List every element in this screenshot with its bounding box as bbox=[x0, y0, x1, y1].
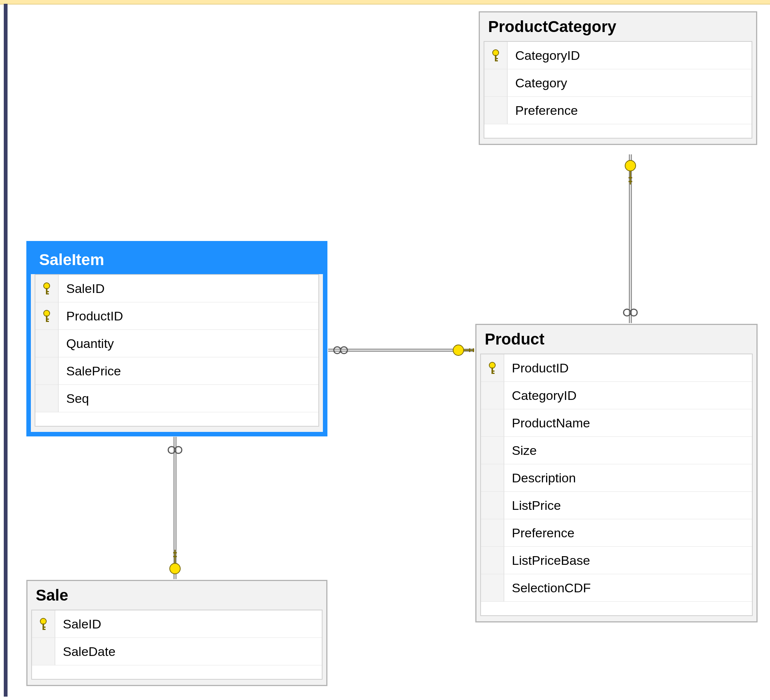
column-icon-empty bbox=[484, 69, 508, 96]
svg-rect-23 bbox=[492, 371, 495, 372]
column-row[interactable]: ListPrice bbox=[481, 492, 752, 519]
column-icon-empty bbox=[481, 574, 504, 601]
table-title: SaleItem bbox=[31, 246, 323, 274]
table-saleitem[interactable]: SaleItem SaleID ProductID Quantity Sal bbox=[26, 241, 327, 436]
svg-point-21 bbox=[489, 362, 495, 368]
column-name: SelectionCDF bbox=[504, 581, 752, 595]
column-row[interactable]: Quantity bbox=[36, 330, 319, 357]
svg-rect-20 bbox=[46, 321, 49, 322]
svg-point-5 bbox=[453, 345, 464, 355]
primary-key-icon bbox=[481, 354, 504, 381]
column-name: Size bbox=[504, 443, 752, 458]
column-row[interactable]: CategoryID bbox=[481, 382, 752, 409]
svg-rect-15 bbox=[46, 291, 49, 292]
column-icon-empty bbox=[36, 357, 59, 384]
left-divider-bar bbox=[4, 4, 8, 697]
column-icon-empty bbox=[481, 382, 504, 409]
column-name: SalePrice bbox=[59, 364, 319, 378]
svg-rect-28 bbox=[42, 629, 45, 630]
column-icon-empty bbox=[484, 97, 508, 124]
column-icon-empty bbox=[36, 330, 59, 357]
svg-point-9 bbox=[493, 50, 499, 56]
column-name: ListPriceBase bbox=[504, 553, 752, 568]
column-row[interactable]: SelectionCDF bbox=[481, 574, 752, 602]
column-name: Preference bbox=[508, 103, 752, 118]
column-icon-empty bbox=[32, 638, 55, 665]
column-row[interactable]: ListPriceBase bbox=[481, 547, 752, 574]
column-list: ProductID CategoryID ProductName Size De… bbox=[480, 353, 753, 616]
svg-point-13 bbox=[44, 283, 50, 289]
primary-key-icon bbox=[484, 42, 508, 69]
column-name: ProductName bbox=[504, 416, 752, 430]
svg-rect-11 bbox=[495, 58, 498, 59]
column-name: Category bbox=[508, 76, 752, 91]
column-row[interactable]: Description bbox=[481, 464, 752, 492]
column-name: Description bbox=[504, 471, 752, 485]
column-name: CategoryID bbox=[508, 48, 752, 63]
column-row[interactable]: ProductName bbox=[481, 409, 752, 437]
column-row[interactable]: Category bbox=[484, 69, 752, 97]
column-row[interactable]: SalePrice bbox=[36, 357, 319, 385]
svg-point-25 bbox=[40, 618, 46, 624]
column-row[interactable]: CategoryID bbox=[484, 42, 752, 69]
svg-rect-19 bbox=[46, 319, 49, 320]
column-name: Seq bbox=[59, 391, 319, 406]
column-icon-empty bbox=[481, 492, 504, 519]
column-name: Preference bbox=[504, 526, 752, 540]
column-icon-empty bbox=[481, 519, 504, 546]
table-title: Sale bbox=[28, 581, 326, 609]
svg-point-17 bbox=[44, 310, 50, 316]
table-title: ProductCategory bbox=[480, 13, 756, 41]
column-icon-empty bbox=[36, 385, 59, 412]
column-row[interactable]: SaleID bbox=[36, 275, 319, 302]
svg-rect-12 bbox=[495, 60, 498, 62]
table-product[interactable]: Product ProductID CategoryID ProductName… bbox=[475, 324, 757, 622]
column-row[interactable]: SaleID bbox=[32, 610, 322, 638]
er-diagram-canvas[interactable]: ProductCategory CategoryID Category Pref… bbox=[0, 0, 770, 700]
relationship-productcategory-product bbox=[624, 154, 637, 323]
column-row-spacer bbox=[36, 412, 319, 426]
column-name: SaleDate bbox=[55, 644, 322, 659]
column-name: ProductID bbox=[59, 309, 319, 324]
column-row-spacer bbox=[32, 665, 322, 679]
column-icon-empty bbox=[481, 437, 504, 464]
column-list: SaleID SaleDate bbox=[31, 609, 322, 680]
column-name: CategoryID bbox=[504, 388, 752, 403]
column-list: SaleID ProductID Quantity SalePrice Seq bbox=[35, 274, 319, 427]
column-row-spacer bbox=[484, 124, 752, 138]
column-row[interactable]: Seq bbox=[36, 385, 319, 412]
column-icon-empty bbox=[481, 409, 504, 436]
column-row[interactable]: Preference bbox=[481, 519, 752, 547]
svg-rect-27 bbox=[42, 627, 45, 628]
column-name: ListPrice bbox=[504, 498, 752, 513]
primary-key-icon bbox=[36, 302, 59, 329]
column-row[interactable]: ProductID bbox=[36, 302, 319, 330]
top-divider-bar bbox=[0, 0, 770, 5]
column-name: ProductID bbox=[504, 361, 752, 376]
table-sale[interactable]: Sale SaleID SaleDate bbox=[26, 580, 327, 686]
column-row[interactable]: ProductID bbox=[481, 354, 752, 382]
column-list: CategoryID Category Preference bbox=[484, 41, 752, 139]
svg-rect-16 bbox=[46, 293, 49, 295]
relationship-saleitem-sale bbox=[168, 437, 182, 579]
column-icon-empty bbox=[481, 547, 504, 574]
table-title: Product bbox=[476, 325, 757, 353]
relationship-saleitem-product bbox=[328, 345, 474, 355]
column-icon-empty bbox=[481, 464, 504, 491]
column-row-spacer bbox=[481, 602, 752, 615]
table-productcategory[interactable]: ProductCategory CategoryID Category Pref… bbox=[479, 11, 757, 145]
column-name: Quantity bbox=[59, 336, 319, 351]
svg-rect-24 bbox=[492, 373, 495, 374]
column-name: SaleID bbox=[55, 617, 322, 632]
column-row[interactable]: Size bbox=[481, 437, 752, 464]
svg-point-2 bbox=[625, 160, 636, 171]
svg-point-8 bbox=[170, 563, 180, 574]
primary-key-icon bbox=[36, 275, 59, 302]
column-name: SaleID bbox=[59, 281, 319, 296]
primary-key-icon bbox=[32, 610, 55, 637]
column-row[interactable]: Preference bbox=[484, 97, 752, 124]
column-row[interactable]: SaleDate bbox=[32, 638, 322, 665]
